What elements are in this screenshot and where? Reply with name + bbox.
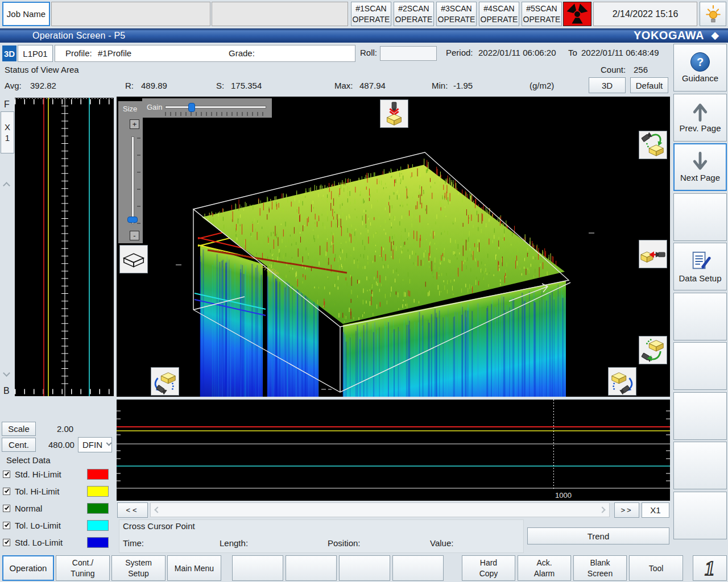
s-value: 175.354 [231, 81, 262, 90]
mode-3d-text: 3D [4, 49, 15, 59]
size-increase-button[interactable]: + [130, 119, 139, 129]
scan2-status-button[interactable]: #2SCANOPERATE [394, 2, 434, 26]
brightness-lamp-icon [705, 5, 721, 23]
sidebar-empty-button-1[interactable] [673, 193, 727, 241]
select-data-row-normal: Normal [3, 502, 109, 514]
sidebar-empty-button-5[interactable] [673, 442, 727, 489]
surface-3d-view[interactable]: Profile [117, 97, 670, 397]
job-name-button[interactable]: Job Name [2, 2, 50, 26]
size-minus-glyph: - [133, 232, 135, 239]
period-label: Period: [446, 48, 473, 57]
rotate-view-right-button[interactable] [608, 367, 636, 396]
scale-button[interactable]: Scale [2, 422, 36, 436]
size-decrease-button[interactable]: - [130, 231, 139, 240]
tol-hi-limit-checkbox[interactable] [3, 488, 10, 495]
nav-empty-button-1[interactable] [232, 555, 283, 581]
normal-color-swatch [87, 503, 109, 514]
cent-button-label: Cent. [9, 440, 29, 450]
sidebar-empty-button-4[interactable] [673, 392, 727, 440]
nav-empty-button-4[interactable] [392, 555, 444, 581]
gain-label: Gain [147, 103, 162, 111]
scroll-down-chevron-icon[interactable] [3, 369, 10, 377]
scroll-up-chevron-icon[interactable] [3, 182, 10, 189]
axis-x-label: X [5, 122, 10, 133]
tol-hi-limit-color-swatch [87, 486, 109, 497]
preset-label: L1P01 [23, 49, 47, 59]
size-slider-track[interactable] [131, 136, 134, 224]
nav-system-setup-button[interactable]: SystemSetup [111, 555, 166, 581]
tol-hi-limit-label: Tol. Hi-Limit [15, 487, 59, 496]
zoom-x1-button[interactable]: X1 [642, 502, 669, 518]
nav-blank-screen-button[interactable]: BlankScreen [573, 555, 627, 581]
sidebar-guidance-button[interactable]: ? Guidance [673, 44, 727, 92]
tol-lo-limit-checkbox[interactable] [3, 522, 10, 529]
data-type-select[interactable]: DFIN [78, 437, 112, 452]
status-of-view-area: Status of View Area Count: 256 Avg: 392.… [0, 64, 671, 95]
nav-empty-button-2[interactable] [286, 555, 337, 581]
nav-hard-copy-button[interactable]: HardCopy [462, 555, 515, 581]
select-data-row-tol-lo: Tol. Lo-Limit [3, 519, 109, 531]
cross-cursor-panel: Cross Cursor Point Time: Length: Positio… [119, 519, 524, 553]
scroll-left-arrow-icon[interactable] [154, 506, 160, 513]
nav-ack-alarm-button[interactable]: Ack.Alarm [518, 555, 571, 581]
rotate-view-left-button[interactable] [151, 367, 179, 396]
trend-chart[interactable]: 1000 [117, 400, 670, 501]
axis-1-label: 1 [5, 132, 10, 144]
sidebar-data-setup-button[interactable]: Data Setup [673, 243, 727, 290]
view-side-button[interactable] [639, 240, 667, 268]
fast-back-button[interactable]: << [117, 502, 148, 518]
gain-slider-track[interactable] [165, 106, 266, 109]
check-icon [4, 488, 9, 493]
x-axis-tick-label: 1000 [555, 491, 572, 500]
sidebar-empty-button-6[interactable] [673, 492, 727, 539]
gain-slider-thumb[interactable] [188, 103, 195, 112]
scroll-right-arrow-icon[interactable] [599, 506, 605, 513]
top-bar: Job Name #1SCANOPERATE #2SCANOPERATE #3S… [0, 0, 728, 27]
rotate-view-down-right-button[interactable] [639, 336, 667, 364]
check-icon [4, 522, 9, 527]
cent-button[interactable]: Cent. [2, 438, 36, 452]
next-page-label: Next Page [680, 173, 720, 182]
sidebar-empty-button-2[interactable] [673, 293, 727, 340]
default-button[interactable]: Default [630, 77, 668, 93]
trend-scrollbar[interactable] [150, 502, 610, 517]
fast-back-glyph: << [126, 506, 139, 514]
rotate-view-up-button[interactable] [639, 131, 667, 159]
job-name-label: Job Name [7, 9, 46, 19]
nav-cont-tuning-button[interactable]: Cont./Tuning [56, 555, 110, 581]
axis-x1-button[interactable]: X 1 [1, 111, 14, 153]
operation-screen: { "top_bar": { "job_name": "Job Name", "… [0, 0, 728, 582]
size-slider-thumb[interactable] [127, 217, 138, 223]
box-view-button[interactable] [119, 245, 148, 273]
page-number-text: 1 [705, 556, 715, 580]
trend-button[interactable]: Trend [527, 527, 669, 544]
scan5-status-button[interactable]: #5SCANOPERATE [522, 2, 562, 26]
nav-empty-button-3[interactable] [339, 555, 390, 581]
cross-cursor-title: Cross Cursor Point [123, 521, 195, 531]
nav-cont-line1: Cont./ [72, 558, 93, 568]
job-info-panel-1 [51, 2, 210, 26]
std-hi-limit-checkbox[interactable] [3, 471, 10, 478]
nav-tool-button[interactable]: Tool [629, 555, 683, 581]
scan3-status-button[interactable]: #3SCANOPERATE [436, 2, 477, 26]
nav-main-menu-button[interactable]: Main Menu [167, 555, 221, 581]
std-hi-limit-color-swatch [87, 469, 109, 480]
sidebar-next-page-button[interactable]: Next Page [673, 143, 727, 191]
sidebar-empty-button-3[interactable] [673, 342, 727, 390]
view-3d-button[interactable]: 3D [589, 77, 626, 93]
std-lo-limit-checkbox[interactable] [3, 539, 10, 546]
view-top-button[interactable] [380, 99, 408, 128]
sidebar-prev-page-button[interactable]: Prev. Page [673, 94, 727, 142]
preset-button[interactable]: L1P01 [18, 45, 53, 62]
fast-forward-button[interactable]: >> [614, 502, 639, 518]
nav-system-line2: Setup [128, 568, 149, 579]
scan4-status-button[interactable]: #4SCANOPERATE [479, 2, 519, 26]
question-icon: ? [690, 52, 710, 72]
nav-operation-button[interactable]: Operation [2, 555, 54, 581]
normal-checkbox[interactable] [3, 505, 10, 512]
brightness-button[interactable] [700, 2, 726, 26]
rotate-view-left-icon [152, 368, 178, 394]
guidance-label: Guidance [682, 73, 718, 83]
scan1-status-button[interactable]: #1SCANOPERATE [351, 2, 391, 26]
roll-input[interactable] [380, 46, 437, 61]
